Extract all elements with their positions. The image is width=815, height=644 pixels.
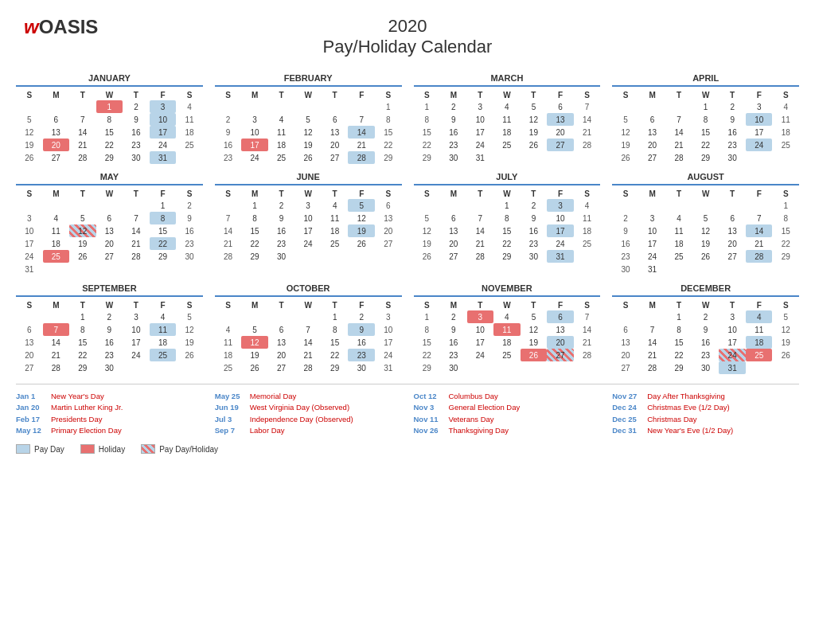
day-cell: 13 (719, 224, 746, 237)
day-cell: 28 (215, 250, 242, 263)
day-cell: 2 (612, 212, 639, 224)
day-cell: 2 (440, 310, 467, 323)
day-cell: 25 (43, 250, 70, 263)
day-cell: 23 (176, 237, 203, 250)
month-june: JUNESMTWTFS12345678910111213141516171819… (215, 172, 402, 275)
day-cell: 17 (123, 336, 150, 349)
day-cell: 1 (414, 310, 441, 323)
day-cell: 2 (719, 100, 746, 113)
day-cell: 13 (440, 224, 467, 237)
day-cell: 23 (719, 139, 746, 151)
holiday-name: Memorial Day (250, 391, 297, 402)
month-title: JUNE (215, 172, 402, 185)
day-cell: 2 (96, 310, 123, 323)
day-cell: 9 (521, 212, 548, 224)
notes-row: Sep 7Labor Day (215, 425, 402, 436)
day-cell: 14 (574, 113, 601, 126)
day-cell: 21 (665, 139, 692, 151)
day-cell: 5 (772, 310, 799, 323)
day-cell: 18 (176, 126, 203, 139)
day-cell: 26 (16, 151, 43, 164)
day-cell: 12 (241, 336, 268, 349)
month-march: MARCHSMTWTFS1234567891011121314151617181… (414, 73, 601, 164)
day-cell: 10 (719, 323, 746, 336)
day-cell: 1 (322, 310, 349, 323)
holiday-date: Nov 26 (414, 425, 444, 436)
day-cell: 29 (375, 151, 402, 164)
day-cell: 12 (414, 224, 441, 237)
holiday-name: Christmas Day (647, 414, 696, 425)
day-cell: 13 (547, 323, 574, 336)
day-cell: 8 (241, 212, 268, 224)
month-august: AUGUSTSMTWTFS123456789101112131415161718… (612, 172, 799, 275)
day-cell: 14 (746, 224, 773, 237)
month-september: SEPTEMBERSMTWTFS123456789101112131415161… (16, 283, 203, 374)
month-title: OCTOBER (215, 283, 402, 297)
day-cell: 25 (268, 151, 295, 164)
day-cell: 30 (176, 250, 203, 263)
day-cell: 29 (241, 250, 268, 263)
day-cell: 20 (375, 224, 402, 237)
day-cell: 26 (69, 250, 96, 263)
day-cell: 10 (375, 323, 402, 336)
day-cell: 28 (665, 151, 692, 164)
day-cell: 10 (467, 323, 494, 336)
holiday-date: Jan 1 (16, 391, 46, 402)
holiday-name: Martin Luther King Jr. (51, 402, 123, 413)
day-cell: 24 (467, 349, 494, 361)
day-cell: 3 (150, 100, 177, 113)
holiday-date: Dec 31 (612, 425, 642, 436)
day-cell: 29 (772, 250, 799, 263)
day-cell: 24 (639, 250, 666, 263)
holiday-date: Nov 27 (612, 391, 642, 402)
day-cell: 12 (69, 224, 96, 237)
day-cell: 16 (215, 139, 242, 151)
day-cell: 8 (150, 212, 177, 224)
day-cell: 16 (96, 336, 123, 349)
holiday-box (80, 444, 95, 454)
day-cell: 27 (719, 250, 746, 263)
day-cell: 1 (493, 199, 521, 212)
day-cell: 15 (96, 126, 123, 139)
day-cell: 18 (574, 224, 601, 237)
day-cell: 23 (692, 349, 719, 361)
holiday-name: Primary Election Day (51, 425, 122, 436)
month-october: OCTOBERSMTWTFS12345678910111213141516171… (215, 283, 402, 374)
day-cell: 3 (639, 212, 666, 224)
holiday-name: Labor Day (250, 425, 285, 436)
day-cell: 17 (375, 336, 402, 349)
day-cell: 6 (719, 212, 746, 224)
day-cell: 16 (268, 224, 295, 237)
day-cell: 30 (440, 361, 467, 374)
day-cell: 21 (294, 349, 322, 361)
day-cell: 14 (639, 336, 666, 349)
day-cell: 28 (43, 361, 70, 374)
day-cell: 18 (43, 237, 70, 250)
day-cell: 5 (16, 113, 43, 126)
day-cell: 22 (665, 349, 692, 361)
day-cell: 9 (612, 224, 639, 237)
day-cell: 19 (521, 336, 548, 349)
day-cell: 30 (612, 263, 639, 275)
day-cell: 13 (639, 126, 666, 139)
notes-row: May 12Primary Election Day (16, 425, 203, 436)
day-cell: 17 (639, 237, 666, 250)
day-cell: 19 (348, 224, 375, 237)
day-cell: 15 (375, 126, 402, 139)
day-cell: 26 (414, 250, 441, 263)
day-cell: 4 (176, 100, 203, 113)
month-title: MAY (16, 172, 203, 185)
notes-row: Jan 1New Year's Day (16, 391, 203, 402)
day-cell: 22 (69, 349, 96, 361)
day-cell: 8 (692, 113, 719, 126)
day-cell: 8 (69, 323, 96, 336)
calendars-grid: JANUARYSMTWTFS12345678910111213141516171… (16, 73, 799, 374)
notes-col-1: May 25Memorial DayJun 19West Virginia Da… (215, 391, 402, 436)
day-cell: 28 (123, 250, 150, 263)
day-cell: 4 (493, 310, 521, 323)
day-cell: 25 (150, 349, 177, 361)
day-cell: 27 (639, 151, 666, 164)
day-cell: 31 (547, 250, 574, 263)
day-cell: 27 (547, 349, 574, 361)
holiday-date: Oct 12 (414, 391, 444, 402)
